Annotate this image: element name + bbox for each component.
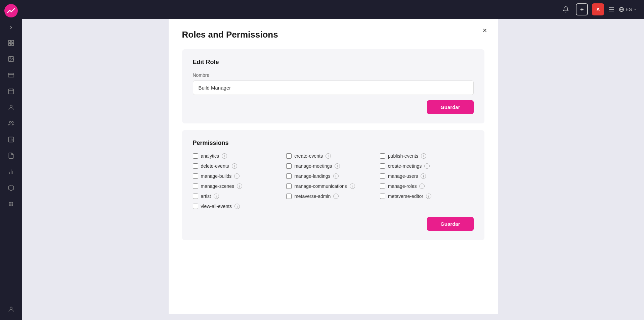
svg-point-5	[10, 58, 10, 59]
notification-button[interactable]	[560, 3, 572, 15]
svg-rect-8	[9, 89, 14, 94]
dialog: Roles and Permissions × Edit Role Nombre…	[169, 19, 498, 314]
sidebar-item-box[interactable]	[4, 181, 18, 195]
menu-button[interactable]	[608, 6, 615, 13]
permission-checkbox-artist[interactable]	[193, 194, 198, 199]
sidebar-item-apps[interactable]	[4, 197, 18, 211]
dialog-close-button[interactable]: ×	[483, 27, 487, 34]
sidebar-item-users[interactable]	[4, 101, 18, 114]
permission-info-manage-users[interactable]: i	[421, 173, 426, 179]
permission-label-metaverse-editor: metaverse-editor	[388, 194, 423, 199]
app-logo[interactable]	[4, 4, 18, 17]
permission-item-manage-scenes: manage-scenesi	[193, 183, 287, 189]
permission-checkbox-create-meetings[interactable]	[380, 163, 385, 169]
sidebar-item-account[interactable]	[4, 303, 18, 316]
permission-label-delete-events: delete-events	[201, 163, 229, 169]
svg-rect-1	[12, 41, 14, 43]
permission-info-manage-communications[interactable]: i	[350, 183, 355, 189]
svg-point-25	[12, 205, 13, 206]
permission-item-publish-events: publish-eventsi	[380, 153, 474, 159]
permission-checkbox-manage-landings[interactable]	[286, 173, 292, 179]
permission-checkbox-manage-meetings[interactable]	[286, 163, 292, 169]
nombre-label: Nombre	[193, 72, 474, 78]
permission-checkbox-view-all-events[interactable]	[193, 204, 198, 209]
svg-point-14	[12, 121, 13, 123]
permission-info-create-events[interactable]: i	[326, 153, 331, 159]
user-avatar[interactable]: A	[592, 3, 604, 15]
sidebar-item-document[interactable]	[4, 149, 18, 162]
main-area: + A ES Roles and Permissions × Edit Role…	[22, 0, 644, 320]
permission-info-publish-events[interactable]: i	[421, 153, 426, 159]
save-role-button[interactable]: Guardar	[427, 100, 473, 114]
permission-item-manage-builds: manage-buildsi	[193, 173, 287, 179]
svg-rect-6	[8, 73, 14, 77]
svg-point-22	[9, 202, 10, 203]
permission-checkbox-delete-events[interactable]	[193, 163, 198, 169]
permission-label-manage-users: manage-users	[388, 173, 418, 179]
permission-item-metaverse-editor: metaverse-editori	[380, 194, 474, 199]
permission-item-analytics: analyticsi	[193, 153, 287, 159]
permission-info-artist[interactable]: i	[214, 194, 219, 199]
svg-rect-3	[12, 44, 14, 46]
permission-item-manage-landings: manage-landingsi	[286, 173, 380, 179]
permission-info-manage-meetings[interactable]: i	[335, 163, 340, 169]
permission-checkbox-metaverse-admin[interactable]	[286, 194, 292, 199]
permission-item-metaverse-admin: metaverse-admini	[286, 194, 380, 199]
permission-info-manage-scenes[interactable]: i	[237, 183, 242, 189]
permission-checkbox-manage-communications[interactable]	[286, 183, 292, 189]
permission-label-create-meetings: create-meetings	[388, 163, 422, 169]
permission-checkbox-publish-events[interactable]	[380, 153, 385, 159]
permission-info-metaverse-admin[interactable]: i	[333, 194, 339, 199]
permission-checkbox-analytics[interactable]	[193, 153, 198, 159]
language-selector[interactable]: ES	[619, 7, 637, 12]
permission-info-metaverse-editor[interactable]: i	[426, 194, 431, 199]
permissions-grid: analyticsicreate-eventsipublish-eventsid…	[193, 153, 474, 209]
permission-info-manage-builds[interactable]: i	[234, 173, 240, 179]
permission-label-manage-scenes: manage-scenes	[201, 183, 234, 189]
permission-label-view-all-events: view-all-events	[201, 204, 232, 209]
permission-label-manage-roles: manage-roles	[388, 183, 417, 189]
permission-info-delete-events[interactable]: i	[232, 163, 237, 169]
sidebar	[0, 0, 22, 320]
permission-item-manage-communications: manage-communicationsi	[286, 183, 380, 189]
save-permissions-button[interactable]: Guardar	[427, 217, 473, 231]
sidebar-item-analytics[interactable]	[4, 165, 18, 178]
permission-info-manage-landings[interactable]: i	[333, 173, 339, 179]
page-area: Roles and Permissions × Edit Role Nombre…	[22, 19, 644, 320]
permission-info-view-all-events[interactable]: i	[234, 204, 240, 209]
svg-rect-0	[9, 41, 11, 43]
permission-label-manage-meetings: manage-meetings	[294, 163, 332, 169]
permission-checkbox-create-events[interactable]	[286, 153, 292, 159]
sidebar-item-reports[interactable]	[4, 133, 18, 146]
edit-role-section: Edit Role Nombre Guardar	[182, 49, 484, 123]
permission-label-create-events: create-events	[294, 153, 323, 159]
svg-point-23	[12, 202, 13, 203]
permission-checkbox-manage-users[interactable]	[380, 173, 385, 179]
role-name-input[interactable]	[193, 81, 474, 95]
sidebar-item-dashboard[interactable]	[4, 36, 18, 50]
sidebar-item-gallery[interactable]	[4, 52, 18, 66]
permission-checkbox-manage-roles[interactable]	[380, 183, 385, 189]
permission-checkbox-manage-scenes[interactable]	[193, 183, 198, 189]
permission-checkbox-metaverse-editor[interactable]	[380, 194, 385, 199]
permission-info-manage-roles[interactable]: i	[419, 183, 425, 189]
sidebar-item-calendar[interactable]	[4, 85, 18, 98]
add-button[interactable]: +	[576, 3, 588, 15]
topbar: + A ES	[22, 0, 644, 19]
language-label: ES	[626, 7, 632, 12]
permission-item-manage-meetings: manage-meetingsi	[286, 163, 380, 169]
permission-info-analytics[interactable]: i	[222, 153, 227, 159]
permission-item-manage-roles: manage-rolesi	[380, 183, 474, 189]
svg-rect-2	[9, 44, 11, 46]
permission-label-artist: artist	[201, 194, 211, 199]
permission-info-create-meetings[interactable]: i	[424, 163, 430, 169]
permission-item-create-meetings: create-meetingsi	[380, 163, 474, 169]
sidebar-toggle[interactable]	[6, 23, 16, 32]
sidebar-item-team[interactable]	[4, 117, 18, 130]
svg-point-12	[10, 105, 12, 107]
sidebar-item-media[interactable]	[4, 68, 18, 82]
permission-checkbox-manage-builds[interactable]	[193, 173, 198, 179]
permission-item-view-all-events: view-all-eventsi	[193, 204, 287, 209]
svg-point-24	[9, 205, 10, 206]
permission-item-create-events: create-eventsi	[286, 153, 380, 159]
